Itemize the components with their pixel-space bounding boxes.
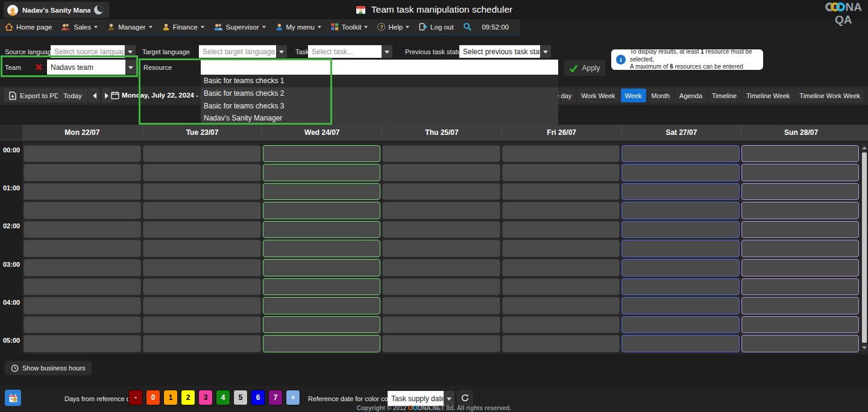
calendar-slot[interactable]	[143, 316, 261, 334]
menu-supervisor[interactable]: Supervisor	[214, 23, 266, 31]
calendar-slot[interactable]	[382, 164, 500, 181]
chevron-down-icon[interactable]	[540, 45, 551, 58]
day-offset-button-+[interactable]: +	[286, 390, 300, 405]
calendar-slot[interactable]	[24, 259, 142, 276]
search-button[interactable]	[463, 22, 472, 31]
calendar-slot[interactable]	[741, 240, 860, 257]
calendar-slot[interactable]	[502, 335, 620, 352]
calendar-slot[interactable]	[263, 183, 381, 201]
day-offset-button-3[interactable]: 3	[198, 390, 213, 405]
calendar-slot[interactable]	[143, 145, 261, 163]
chevron-down-icon[interactable]	[444, 391, 454, 406]
day-offset-button-2[interactable]: 2	[181, 390, 195, 405]
calendar-slot[interactable]	[143, 202, 261, 219]
menu-manager[interactable]: Manager	[107, 23, 152, 31]
calendar-slot[interactable]	[24, 297, 142, 314]
view-button-timeline-work-week[interactable]: Timeline Work Week	[795, 89, 864, 102]
calendar-slot[interactable]	[741, 335, 860, 352]
menu-sales[interactable]: Sales	[61, 23, 98, 31]
calendar-slot[interactable]	[502, 278, 620, 296]
calendar-slot[interactable]	[24, 278, 142, 296]
calendar-slot[interactable]	[741, 278, 860, 296]
day-offset-button-6[interactable]: 6	[251, 390, 265, 405]
calendar-slot[interactable]	[263, 259, 381, 276]
calendar-slot[interactable]	[24, 202, 142, 219]
calendar-slot[interactable]	[741, 145, 860, 163]
chevron-down-icon[interactable]	[382, 45, 392, 58]
calendar-slot[interactable]	[741, 164, 860, 181]
calendar-slot[interactable]	[24, 145, 142, 163]
day-offset-button-0[interactable]: 0	[146, 390, 160, 405]
calendar-slot[interactable]	[382, 335, 500, 352]
calendar-slot[interactable]	[502, 297, 620, 314]
calendar-slot[interactable]	[382, 278, 500, 296]
day-offset-button-7[interactable]: 7	[268, 390, 283, 405]
scrollbar-thumb[interactable]	[862, 152, 867, 343]
previous-week-button[interactable]	[88, 89, 99, 102]
calendar-slot[interactable]	[143, 278, 261, 296]
calendar-slot[interactable]	[621, 221, 740, 239]
scroll-up-icon[interactable]	[861, 144, 867, 151]
calendar-slot[interactable]	[621, 145, 740, 163]
clear-team-icon[interactable]	[35, 63, 43, 73]
calendar-slot[interactable]	[263, 240, 381, 257]
calendar-slot[interactable]	[382, 202, 500, 219]
calendar-slot[interactable]	[741, 183, 860, 201]
calendar-slot[interactable]	[382, 183, 500, 201]
day-offset-button--[interactable]: -	[128, 390, 143, 405]
calendar-slot[interactable]	[24, 335, 142, 352]
calendar-slot[interactable]	[621, 278, 740, 296]
view-button-agenda[interactable]: Agenda	[675, 89, 706, 102]
calendar-slot[interactable]	[263, 164, 381, 181]
calendar-slot[interactable]	[502, 164, 620, 181]
calendar-slot[interactable]	[502, 259, 620, 276]
calendar-slot[interactable]	[502, 316, 620, 334]
calendar-slot[interactable]	[382, 259, 500, 276]
calendar-slot[interactable]	[741, 297, 860, 314]
calendar-slot[interactable]	[24, 164, 142, 181]
menu-home-page[interactable]: Home page	[5, 23, 52, 31]
calendar-slot[interactable]	[263, 316, 381, 334]
previous-task-status-select[interactable]: Select previous task status...	[459, 45, 551, 58]
calendar-slot[interactable]	[143, 240, 261, 257]
resource-option[interactable]: Basic for teams checks 1	[201, 75, 558, 87]
calendar-slot[interactable]	[502, 183, 620, 201]
calendar-slot[interactable]	[143, 259, 261, 276]
scroll-down-icon[interactable]	[861, 345, 867, 351]
calendar-slot[interactable]	[741, 202, 860, 219]
calendar-slot[interactable]	[143, 164, 261, 181]
view-button-month[interactable]: Month	[647, 89, 675, 102]
menu-my-menu[interactable]: My menu	[275, 23, 321, 31]
calendar-settings-button[interactable]	[5, 390, 21, 406]
calendar-slot[interactable]	[621, 164, 740, 181]
calendar-slot[interactable]	[382, 316, 500, 334]
calendar-slot[interactable]	[621, 259, 740, 276]
calendar-slot[interactable]	[24, 221, 142, 239]
task-select[interactable]: Select task...	[308, 45, 392, 58]
target-language-select[interactable]: Select target language...	[199, 45, 287, 58]
calendar-slot[interactable]	[621, 183, 740, 201]
calendar-slot[interactable]	[143, 297, 261, 314]
view-button-timeline[interactable]: Timeline	[708, 89, 741, 102]
show-business-hours-button[interactable]: Show business hours	[5, 361, 92, 375]
calendar-slot[interactable]	[143, 221, 261, 239]
calendar-slot[interactable]	[621, 240, 740, 257]
resource-option[interactable]: Basic for teams checks 3	[201, 99, 558, 112]
source-language-select[interactable]: Select source language...	[51, 45, 136, 58]
calendar-slot[interactable]	[382, 240, 500, 257]
day-offset-button-5[interactable]: 5	[233, 390, 248, 405]
menu-toolkit[interactable]: Toolkit	[331, 23, 368, 31]
calendar-slot[interactable]	[382, 221, 500, 239]
calendar-slot[interactable]	[502, 202, 620, 219]
calendar-slot[interactable]	[502, 145, 620, 163]
view-button-week[interactable]: Week	[621, 89, 646, 102]
refresh-button[interactable]	[457, 390, 473, 406]
calendar-slot[interactable]	[263, 297, 381, 314]
calendar-slot[interactable]	[741, 316, 860, 334]
view-button-timeline-week[interactable]: Timeline Week	[742, 89, 794, 102]
vertical-scrollbar[interactable]	[861, 144, 867, 351]
menu-log-out[interactable]: Log out	[419, 23, 453, 31]
reference-date-select[interactable]: Task supply date	[388, 391, 454, 406]
calendar-slot[interactable]	[621, 316, 740, 334]
calendar-slot[interactable]	[263, 335, 381, 352]
